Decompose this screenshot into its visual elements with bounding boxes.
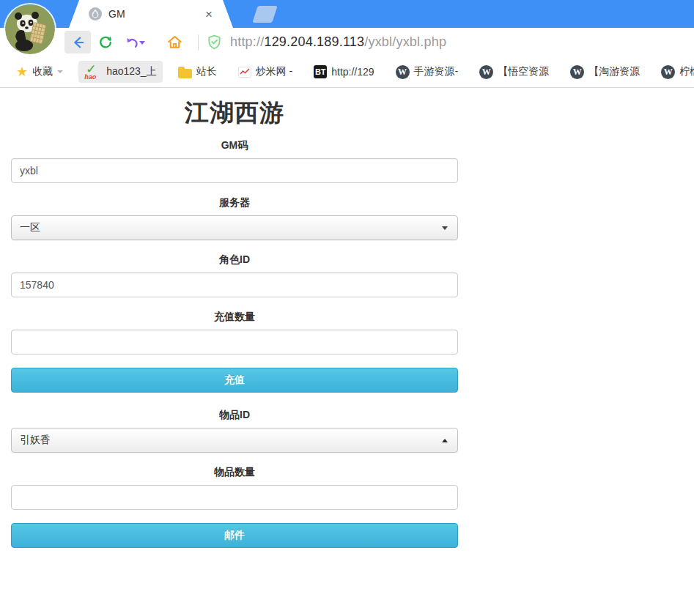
tab-title: GM <box>108 8 202 20</box>
browser-toolbar: http://129.204.189.113/yxbl/yxbl.php <box>0 28 694 56</box>
wordpress-icon: W <box>570 65 584 79</box>
page-content: 江湖西游 GM码 服务器 一区 角色ID 充值数量 充值 物品ID 引妖香 物品… <box>0 97 694 616</box>
bookmarks-bar: ★ 收藏 ✓ hao hao123_上 站长 炒米网 - BT http://1… <box>0 56 694 88</box>
caret-up-icon <box>442 439 448 442</box>
undo-dropdown-caret-icon[interactable] <box>139 41 145 45</box>
undo-button[interactable] <box>120 31 154 53</box>
back-button[interactable] <box>64 31 91 53</box>
home-icon <box>166 34 183 51</box>
hao123-icon: ✓ hao <box>84 64 102 79</box>
address-bar[interactable]: http://129.204.189.113/yxbl/yxbl.php <box>206 34 446 51</box>
url-path: /yxbl/yxbl.php <box>364 34 446 49</box>
security-shield-icon <box>206 34 223 51</box>
undo-icon <box>125 34 141 51</box>
bookmark-taoyou[interactable]: W 【淘游资源 <box>564 62 646 83</box>
user-avatar[interactable] <box>5 4 55 54</box>
new-tab-button[interactable] <box>252 6 277 23</box>
recharge-qty-label: 充值数量 <box>11 311 458 324</box>
bookmark-label: 收藏 <box>32 65 53 78</box>
tab-close-icon[interactable]: × <box>202 7 215 22</box>
page-title: 江湖西游 <box>11 97 458 130</box>
gm-code-input[interactable] <box>11 158 458 183</box>
bookmark-label: 【悟空资源 <box>498 65 549 78</box>
bookmark-ningmeng[interactable]: W 柠檬商城- <box>655 62 694 83</box>
recharge-button[interactable]: 充值 <box>11 368 458 393</box>
item-qty-input[interactable] <box>11 485 458 510</box>
url-scheme: http:// <box>230 34 264 49</box>
server-select[interactable]: 一区 <box>11 215 458 240</box>
chevron-down-icon <box>57 70 63 73</box>
bookmark-label: 站长 <box>196 65 217 78</box>
home-button[interactable] <box>161 31 188 53</box>
tab-favicon-droplet-icon <box>88 7 103 21</box>
toolbar-separator <box>198 34 199 51</box>
refresh-icon <box>97 34 114 51</box>
server-selected-value: 一区 <box>20 221 40 234</box>
caret-down-icon <box>442 226 448 230</box>
wordpress-icon: W <box>661 65 675 79</box>
bookmark-bt[interactable]: BT http://129 <box>308 62 380 82</box>
url-domain: 129.204.189.113 <box>264 34 364 49</box>
wordpress-icon: W <box>396 65 410 79</box>
bookmark-wukong[interactable]: W 【悟空资源 <box>473 62 555 83</box>
line-chart-icon <box>238 67 251 78</box>
browser-tab[interactable]: GM × <box>69 0 233 28</box>
bookmark-label: 手游资源- <box>414 65 459 78</box>
bookmark-label: 【淘游资源 <box>588 65 640 78</box>
role-id-label: 角色ID <box>11 253 458 267</box>
bookmark-shouyou[interactable]: W 手游资源- <box>390 62 465 83</box>
refresh-button[interactable] <box>92 31 119 53</box>
bt-icon: BT <box>314 65 327 78</box>
bookmark-label: hao123_上 <box>106 65 157 78</box>
bookmark-label: http://129 <box>331 66 374 78</box>
item-id-select[interactable]: 引妖香 <box>11 428 458 453</box>
bookmark-label: 炒米网 - <box>256 65 293 78</box>
bookmark-label: 柠檬商城- <box>679 65 694 78</box>
server-label: 服务器 <box>11 196 458 209</box>
bookmark-hao123[interactable]: ✓ hao hao123_上 <box>78 61 163 83</box>
gm-form-container: 江湖西游 GM码 服务器 一区 角色ID 充值数量 充值 物品ID 引妖香 物品… <box>0 97 469 548</box>
star-icon: ★ <box>16 65 28 78</box>
gm-code-label: GM码 <box>11 139 458 152</box>
mail-button[interactable]: 邮件 <box>11 523 458 548</box>
back-arrow-icon <box>70 34 86 51</box>
wordpress-icon: W <box>479 65 493 79</box>
browser-titlebar: GM × <box>0 0 694 28</box>
bookmark-chaomiwang[interactable]: 炒米网 - <box>232 62 299 82</box>
item-selected-value: 引妖香 <box>20 434 51 447</box>
url-text[interactable]: http://129.204.189.113/yxbl/yxbl.php <box>230 34 446 50</box>
recharge-qty-input[interactable] <box>11 330 458 355</box>
bookmark-zhanzhang[interactable]: 站长 <box>172 62 223 82</box>
bookmark-favorites[interactable]: ★ 收藏 <box>10 62 69 82</box>
item-id-label: 物品ID <box>11 409 458 422</box>
panda-avatar-image <box>5 4 55 54</box>
folder-icon <box>178 69 192 78</box>
role-id-input[interactable] <box>11 272 458 297</box>
item-qty-label: 物品数量 <box>11 466 458 479</box>
